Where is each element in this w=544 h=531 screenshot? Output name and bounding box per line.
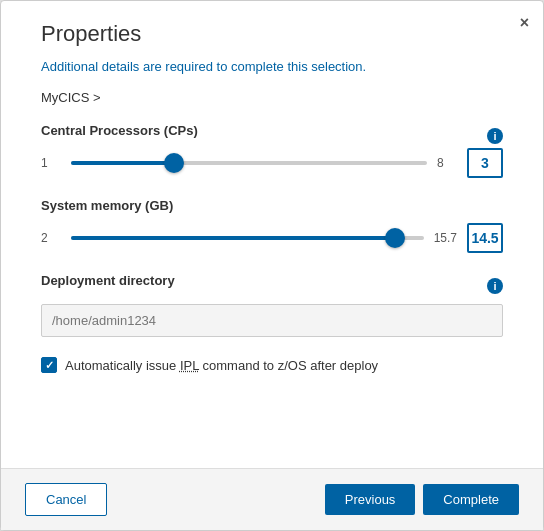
ipl-checkbox-row: Automatically issue IPL command to z/OS … bbox=[41, 357, 503, 373]
close-button[interactable]: × bbox=[520, 15, 529, 31]
memory-label: System memory (GB) bbox=[41, 198, 173, 213]
footer-btn-group: Previous Complete bbox=[325, 484, 519, 515]
memory-max: 15.7 bbox=[434, 231, 457, 245]
ipl-label-ipl: IPL bbox=[180, 358, 199, 373]
memory-min: 2 bbox=[41, 231, 61, 245]
cpu-slider-container[interactable] bbox=[71, 153, 427, 173]
memory-section: System memory (GB) 2 15.7 14.5 bbox=[41, 198, 503, 253]
deploy-dir-label: Deployment directory bbox=[41, 273, 175, 288]
dialog-subtitle: Additional details are required to compl… bbox=[41, 59, 519, 74]
ipl-label-pre: Automatically issue bbox=[65, 358, 180, 373]
deploy-dir-input[interactable] bbox=[41, 304, 503, 337]
cpu-slider-fill bbox=[71, 161, 174, 165]
cpu-label: Central Processors (CPs) bbox=[41, 123, 198, 138]
cancel-button[interactable]: Cancel bbox=[25, 483, 107, 516]
properties-dialog: × Properties Additional details are requ… bbox=[0, 0, 544, 531]
memory-slider-row: 2 15.7 14.5 bbox=[41, 223, 503, 253]
dialog-header: × Properties Additional details are requ… bbox=[1, 1, 543, 90]
cpu-info-icon[interactable]: i bbox=[487, 128, 503, 144]
cpu-value: 3 bbox=[467, 148, 503, 178]
cpu-max: 8 bbox=[437, 156, 457, 170]
cpu-slider-row: 1 8 3 bbox=[41, 148, 503, 178]
ipl-checkbox[interactable] bbox=[41, 357, 57, 373]
memory-slider-thumb[interactable] bbox=[385, 228, 405, 248]
deploy-dir-info-icon[interactable]: i bbox=[487, 278, 503, 294]
ipl-label-post: command to z/OS after deploy bbox=[199, 358, 378, 373]
ipl-checkbox-label: Automatically issue IPL command to z/OS … bbox=[65, 358, 378, 373]
previous-button[interactable]: Previous bbox=[325, 484, 416, 515]
cpu-slider-thumb[interactable] bbox=[164, 153, 184, 173]
cpu-min: 1 bbox=[41, 156, 61, 170]
memory-slider-fill bbox=[71, 236, 395, 240]
complete-button[interactable]: Complete bbox=[423, 484, 519, 515]
memory-slider-container[interactable] bbox=[71, 228, 424, 248]
dialog-title: Properties bbox=[41, 21, 519, 47]
breadcrumb: MyCICS > bbox=[41, 90, 503, 105]
memory-value: 14.5 bbox=[467, 223, 503, 253]
cpu-slider-track bbox=[71, 161, 427, 165]
memory-slider-track bbox=[71, 236, 424, 240]
dialog-body: MyCICS > Central Processors (CPs) i 1 8 … bbox=[1, 90, 543, 468]
cpu-section: Central Processors (CPs) i 1 8 3 bbox=[41, 123, 503, 178]
deploy-dir-section: Deployment directory i bbox=[41, 273, 503, 337]
dialog-footer: Cancel Previous Complete bbox=[1, 468, 543, 530]
